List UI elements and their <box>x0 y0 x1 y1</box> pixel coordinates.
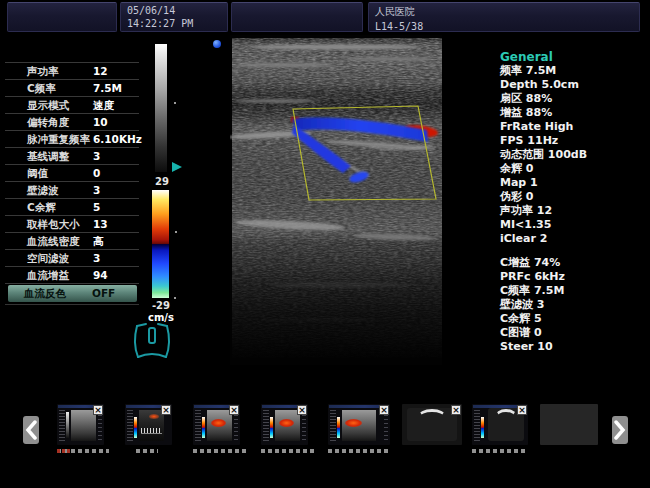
info-line: C余辉 5 <box>500 312 648 326</box>
thumbnail-close-button[interactable]: × <box>517 405 527 415</box>
body-marker-icon[interactable] <box>129 319 175 365</box>
info-line: 声功率 12 <box>500 204 648 218</box>
thumb-colorbar <box>202 417 205 438</box>
thumbnail-4[interactable]: × <box>261 404 308 445</box>
thumb-side-text <box>195 410 201 442</box>
grayscale-map-bar <box>155 44 167 172</box>
thumbnail-3[interactable]: × <box>193 404 240 445</box>
param-label: 血流增益 <box>27 267 69 283</box>
panel-divider <box>5 304 139 305</box>
param-value: 3 <box>93 148 100 164</box>
thumb-measurement-text <box>472 449 526 453</box>
info-line: PRFc 6kHz <box>500 270 648 284</box>
thumbnail-next-button[interactable] <box>612 416 628 444</box>
thumb-side-text <box>98 411 102 440</box>
param-value: 7.5M <box>93 80 122 96</box>
param-value: 12 <box>93 63 108 79</box>
thumbnail-close-button[interactable]: × <box>297 405 307 415</box>
param-value: OFF <box>92 285 115 302</box>
scale-marker-dot <box>174 297 176 299</box>
param-label: 显示模式 <box>27 97 69 113</box>
param-label: 脉冲重复频率 <box>27 131 90 147</box>
param-label: C频率 <box>27 80 56 96</box>
ultrasound-image <box>230 35 442 365</box>
info-line: 增益 88% <box>500 106 648 120</box>
velocity-min-label: -29 <box>147 300 175 311</box>
thumbnail-close-button[interactable]: × <box>93 405 103 415</box>
param-value: 94 <box>93 267 108 283</box>
param-value: 3 <box>93 182 100 198</box>
thumb-side-text <box>59 410 65 442</box>
param-row[interactable]: 基线调整3 <box>5 148 139 165</box>
thumb-side-text <box>127 410 133 442</box>
thumbnail-close-button[interactable]: × <box>379 405 389 415</box>
header-logo-area <box>7 2 117 32</box>
section-title: General <box>500 50 648 64</box>
thumb-colorbar <box>134 417 137 438</box>
thumb-side-text <box>474 410 480 442</box>
param-value: 速度 <box>93 97 114 113</box>
thumb-measurement-text <box>261 449 315 453</box>
param-row[interactable]: C频率7.5M <box>5 80 139 97</box>
thumbnail-2[interactable]: × <box>125 404 172 445</box>
thumbnail-5[interactable]: × <box>328 404 390 445</box>
thumbnail-8-empty[interactable] <box>540 404 598 445</box>
param-row[interactable]: 空间滤波3 <box>5 250 139 267</box>
param-row[interactable]: 血流线密度高 <box>5 233 139 250</box>
param-row[interactable]: 壁滤波3 <box>5 182 139 199</box>
thumbnail-close-button[interactable]: × <box>451 405 461 415</box>
param-value: 高 <box>93 233 104 249</box>
ultrasound-app-screen: 05/06/14 14:22:27 PM 人民医院 L14-5/38 声功率12… <box>0 0 650 488</box>
param-label: 血流线密度 <box>27 233 80 249</box>
param-label: 阈值 <box>27 165 48 181</box>
chevron-right-icon <box>614 420 626 440</box>
param-value: 6.10KHz <box>93 131 142 147</box>
thumbnail-prev-button[interactable] <box>23 416 39 444</box>
thumb-side-text <box>302 411 306 440</box>
thumbnail-1[interactable]: × <box>57 404 104 445</box>
param-row[interactable]: 血流增益94 <box>5 267 139 284</box>
param-row[interactable]: 显示模式速度 <box>5 97 139 114</box>
info-line: Steer 10 <box>500 340 648 354</box>
param-value: 13 <box>93 216 108 232</box>
image-info-panel: General 频率 7.5M Depth 5.0cm 扇区 88% 增益 88… <box>500 50 648 246</box>
info-line: 扇区 88% <box>500 92 648 106</box>
thumb-color-flow <box>149 414 159 419</box>
param-row[interactable]: 声功率12 <box>5 63 139 80</box>
info-line: FrRate High <box>500 120 648 134</box>
param-value: 10 <box>93 114 108 130</box>
thumbnail-close-button[interactable]: × <box>161 405 171 415</box>
doppler-velocity-color-bar <box>152 190 169 298</box>
param-row[interactable]: 阈值0 <box>5 165 139 182</box>
param-row[interactable]: C余辉5 <box>5 199 139 216</box>
time-text: 14:22:27 PM <box>121 16 227 29</box>
info-line: 壁滤波 3 <box>500 298 648 312</box>
patient-info-area <box>231 2 363 32</box>
datetime-display: 05/06/14 14:22:27 PM <box>120 2 228 32</box>
info-line: C增益 74% <box>500 256 648 270</box>
info-line: 余辉 0 <box>500 162 648 176</box>
thumb-measurement-text <box>193 449 247 453</box>
thumbnail-7[interactable]: × <box>472 404 528 445</box>
thumb-color-flow <box>211 419 226 427</box>
param-label: 空间滤波 <box>27 250 69 266</box>
thumb-colorbar <box>481 417 484 438</box>
param-label: 声功率 <box>27 63 59 79</box>
param-label: 基线调整 <box>27 148 69 164</box>
param-row[interactable]: 取样包大小13 <box>5 216 139 233</box>
info-line: 频率 7.5M <box>500 64 648 78</box>
param-value: 3 <box>93 250 100 266</box>
info-line: MI<1.35 <box>500 218 648 232</box>
thumb-side-text <box>263 410 269 442</box>
thumb-measurement-text <box>136 449 158 453</box>
param-label: 血流反色 <box>24 285 66 302</box>
param-row[interactable]: 偏转角度10 <box>5 114 139 131</box>
param-label: C余辉 <box>27 199 56 215</box>
param-row[interactable]: 脉冲重复频率6.10KHz <box>5 131 139 148</box>
focus-position-marker-icon[interactable] <box>172 162 182 172</box>
info-line: Depth 5.0cm <box>500 78 648 92</box>
info-line: 动态范围 100dB <box>500 148 648 162</box>
thumbnail-6[interactable]: × <box>402 404 462 445</box>
param-row-active-flow-invert[interactable]: 血流反色 OFF <box>8 285 137 302</box>
thumbnail-close-button[interactable]: × <box>229 405 239 415</box>
